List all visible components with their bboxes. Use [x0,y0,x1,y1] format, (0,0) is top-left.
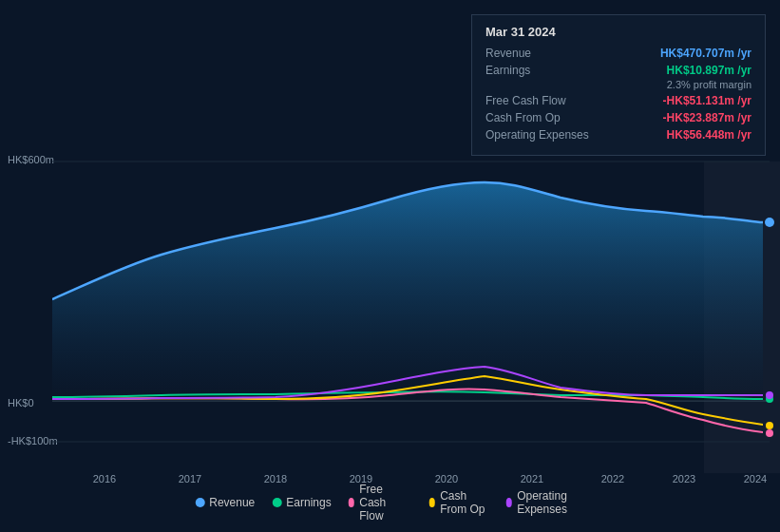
tooltip-value-opex: HK$56.448m /yr [667,128,751,142]
legend-label-opex: Operating Expenses [517,489,585,516]
tooltip-label-fcf: Free Cash Flow [485,94,566,107]
legend-label-earnings: Earnings [286,496,331,509]
profit-margin: 2.3% profit margin [485,79,751,90]
fcf-endpoint [766,429,773,437]
tooltip-row-cashop: Cash From Op -HK$23.887m /yr [485,111,751,124]
legend-item-opex[interactable]: Operating Expenses [506,489,585,516]
legend-dot-earnings [272,498,281,507]
tooltip-row-earnings: Earnings HK$10.897m /yr [485,64,751,77]
tooltip-value-cashop: -HK$23.887m /yr [663,111,751,124]
tooltip-row-opex: Operating Expenses HK$56.448m /yr [485,128,751,142]
legend-label-cashop: Cash From Op [440,489,488,516]
legend-item-revenue[interactable]: Revenue [195,496,255,509]
legend-dot-revenue [195,498,204,507]
x-label-2022: 2022 [601,473,624,484]
tooltip-value-revenue: HK$470.707m /yr [660,47,751,60]
legend-dot-opex [506,498,513,507]
tooltip-date: Mar 31 2024 [485,25,751,39]
profit-margin-value: 2.3% profit margin [667,79,751,90]
x-label-2016: 2016 [93,473,116,484]
legend-item-fcf[interactable]: Free Cash Flow [349,483,412,522]
tooltip-label-revenue: Revenue [485,47,531,60]
legend-dot-cashop [429,498,436,507]
tooltip-label-earnings: Earnings [485,64,530,77]
legend-dot-fcf [349,498,355,507]
legend-item-cashop[interactable]: Cash From Op [429,489,489,516]
tooltip-label-cashop: Cash From Op [485,111,561,124]
opex-endpoint [766,391,773,399]
tooltip-row-revenue: Revenue HK$470.707m /yr [485,47,751,60]
legend-label-fcf: Free Cash Flow [359,483,411,522]
x-label-2024: 2024 [744,473,767,484]
legend-item-earnings[interactable]: Earnings [272,496,331,509]
tooltip-box: Mar 31 2024 Revenue HK$470.707m /yr Earn… [471,14,766,156]
tooltip-value-earnings: HK$10.897m /yr [667,64,751,77]
tooltip-row-fcf: Free Cash Flow -HK$51.131m /yr [485,94,751,107]
revenue-endpoint [765,218,774,227]
x-label-2023: 2023 [673,473,695,484]
tooltip-value-fcf: -HK$51.131m /yr [663,94,751,107]
chart-container: Mar 31 2024 Revenue HK$470.707m /yr Earn… [0,0,780,532]
tooltip-label-opex: Operating Expenses [485,128,589,142]
legend: Revenue Earnings Free Cash Flow Cash Fro… [195,483,585,522]
legend-label-revenue: Revenue [209,496,255,509]
cashop-endpoint [766,422,773,429]
